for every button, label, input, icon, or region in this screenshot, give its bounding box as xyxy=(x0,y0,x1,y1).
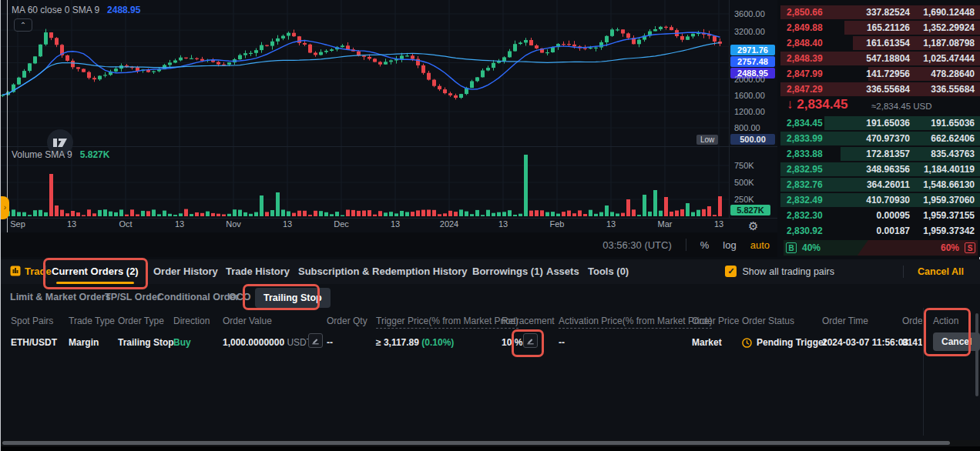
chart-toolbar: 03:56:30 (UTC) % log auto xyxy=(1,232,777,257)
col-trade-type: Trade Type xyxy=(69,316,115,326)
sell-badge[interactable]: S xyxy=(965,242,975,253)
tab-subscription-redemption-history[interactable]: Subscription & Redemption History xyxy=(298,259,468,284)
cancel-all-button[interactable]: Cancel All xyxy=(918,259,964,284)
tab-order-history[interactable]: Order History xyxy=(153,259,218,284)
tab-trade-history[interactable]: Trade History xyxy=(226,259,290,284)
col-order-value: Order Value xyxy=(223,316,272,326)
ask-row[interactable]: 2,848.40161.613541,187.08798 xyxy=(780,35,980,51)
orders-main-tabs: Trade Current Orders (2) Order History T… xyxy=(1,259,980,284)
tab-divider xyxy=(45,266,46,278)
price: 2,834.45 xyxy=(787,118,823,129)
price: 2,832.49 xyxy=(787,195,823,205)
subtab-oco[interactable]: OCO xyxy=(229,292,250,302)
bid-row[interactable]: 2,833.88172.81357835.43763 xyxy=(780,146,980,162)
subtab-tpsl[interactable]: TP/SL Order xyxy=(105,292,161,302)
amount: 348.96356 xyxy=(866,164,910,175)
subtab-conditional[interactable]: Conditional Order xyxy=(157,292,239,302)
subtab-trailing-stop[interactable]: Trailing Stop xyxy=(255,288,331,308)
time-axis-label: 13 xyxy=(606,219,616,229)
bid-row[interactable]: 2,833.99470.97370662.62406 xyxy=(780,131,980,146)
checkbox-checked-icon: ✓ xyxy=(725,266,737,277)
subtab-limit-market[interactable]: Limit & Market Orders xyxy=(10,292,111,302)
total: 1,025.47444 xyxy=(923,53,975,64)
gear-icon[interactable]: ⚙ xyxy=(748,219,758,233)
total: 1,187.08798 xyxy=(923,38,975,48)
cancel-order-button[interactable]: Cancel xyxy=(933,332,980,351)
buy-sell-ratio-bar: B 40% 60% S xyxy=(784,240,978,256)
col-retracement: Retracement xyxy=(502,316,555,326)
show-all-pairs-checkbox[interactable]: ✓ Show all trading pairs xyxy=(725,266,834,277)
auto-scale-button[interactable]: auto xyxy=(750,239,770,251)
ask-row[interactable]: 2,847.29336.55684336.55684 xyxy=(780,82,980,97)
cell-order-time: 2024-03-07 11:56:03 xyxy=(822,337,908,348)
col-order-price: Order Price xyxy=(692,316,739,326)
tab-assets[interactable]: Assets xyxy=(546,259,579,284)
tab-borrowings[interactable]: Borrowings (1) xyxy=(472,259,543,284)
cell-direction: Buy xyxy=(173,337,191,348)
log-scale-button[interactable]: log xyxy=(723,239,736,251)
col-spot-pairs: Spot Pairs xyxy=(11,316,53,326)
time-axis-label: Nov xyxy=(226,219,241,229)
candlestick-canvas[interactable] xyxy=(1,0,777,232)
trade-icon xyxy=(10,266,21,276)
price-axis-label: 800.00 xyxy=(734,123,774,132)
cell-order-price: Market xyxy=(692,337,722,348)
bid-row[interactable]: 2,832.300.000951,959.37155 xyxy=(780,208,980,223)
total: 336.55684 xyxy=(931,84,975,95)
ask-row[interactable]: 2,849.88165.211261,352.29924 xyxy=(780,20,980,35)
vertical-scrollbar-thumb[interactable] xyxy=(975,313,978,396)
ask-row[interactable]: 2,850.66337.825241,690.12448 xyxy=(780,5,980,20)
ma-price-badge: 2757.48 xyxy=(730,56,775,67)
amount: 336.55684 xyxy=(866,84,910,95)
total: 191.65036 xyxy=(931,118,975,129)
volume-axis-label: 500K xyxy=(734,178,774,187)
bid-row[interactable]: 2,834.45191.65036191.65036 xyxy=(780,115,980,131)
time-axis[interactable]: Sep13Oct13Nov13Dec13202413Feb13Mar13 xyxy=(1,219,729,232)
col-direction: Direction xyxy=(173,316,210,326)
edit-retracement-icon[interactable] xyxy=(523,333,538,348)
horizontal-scrollbar-thumb[interactable] xyxy=(2,441,950,445)
col-activation-price[interactable]: Activation Price(% from Market Price) xyxy=(559,316,712,329)
time-axis-label: 13 xyxy=(283,219,292,229)
buy-badge[interactable]: B xyxy=(786,242,797,253)
ma-indicator-value: 2488.95 xyxy=(107,5,140,15)
checkbox-label: Show all trading pairs xyxy=(742,266,834,277)
edit-order-value-icon[interactable] xyxy=(308,333,323,348)
total: 1,690.12448 xyxy=(923,7,975,18)
cell-retracement: 10 % xyxy=(502,337,522,348)
cell-pair[interactable]: ETH/USDT xyxy=(11,337,57,348)
col-action: Action xyxy=(933,316,958,326)
low-price-badge: 500.00 xyxy=(730,134,775,145)
last-price-usd: ≈2,834.45 USD xyxy=(871,102,932,111)
amount: 191.65036 xyxy=(866,118,910,129)
price-axis-label: 1200.00 xyxy=(734,107,774,116)
percent-scale-button[interactable]: % xyxy=(700,239,710,251)
ask-row[interactable]: 2,848.39547.188041,025.47444 xyxy=(780,51,980,66)
ask-row[interactable]: 2,847.99141.72956478.28640 xyxy=(780,66,980,82)
order-type-subtabs: Limit & Market Orders TP/SL Order Condit… xyxy=(1,286,980,311)
price: 2,850.66 xyxy=(787,7,823,18)
sidebar-expand-handle[interactable]: › xyxy=(1,196,9,219)
bid-row[interactable]: 2,830.920.001871,959.37342 xyxy=(780,223,980,239)
col-trigger-price[interactable]: Trigger Price(% from Market Price) xyxy=(376,316,519,329)
tab-current-orders[interactable]: Current Orders (2) xyxy=(52,259,139,284)
tab-tools[interactable]: Tools (0) xyxy=(588,259,629,284)
time-axis-label: Oct xyxy=(119,219,132,229)
cell-order-qty: -- xyxy=(327,337,333,348)
toolbar-divider xyxy=(686,239,686,251)
price: 2,833.88 xyxy=(787,149,823,159)
bid-row[interactable]: 2,832.95348.963561,184.40119 xyxy=(780,162,980,177)
last-price-row[interactable]: ↓ 2,834.45 ≈2,834.45 USD xyxy=(780,95,980,115)
volume-axis-label: 250K xyxy=(734,195,774,204)
time-axis-label: 13 xyxy=(391,219,400,229)
chart-collapse-button[interactable]: ⌃ xyxy=(14,18,32,32)
total: 1,184.40119 xyxy=(924,164,975,175)
amount: 141.72956 xyxy=(866,68,910,79)
time-axis-label: Dec xyxy=(334,219,349,229)
bid-row[interactable]: 2,832.49410.709301,959.37060 xyxy=(780,192,980,208)
price-chart[interactable]: MA 60 close 0 SMA 92488.95 ⌃ 3600.00 320… xyxy=(1,0,777,257)
bid-row[interactable]: 2,832.76364.260111,548.66130 xyxy=(780,177,980,192)
volume-axis-label: 750K xyxy=(734,161,774,170)
orders-panel: Trade Current Orders (2) Order History T… xyxy=(1,259,980,440)
col-order-qty: Order Qty xyxy=(327,316,368,326)
